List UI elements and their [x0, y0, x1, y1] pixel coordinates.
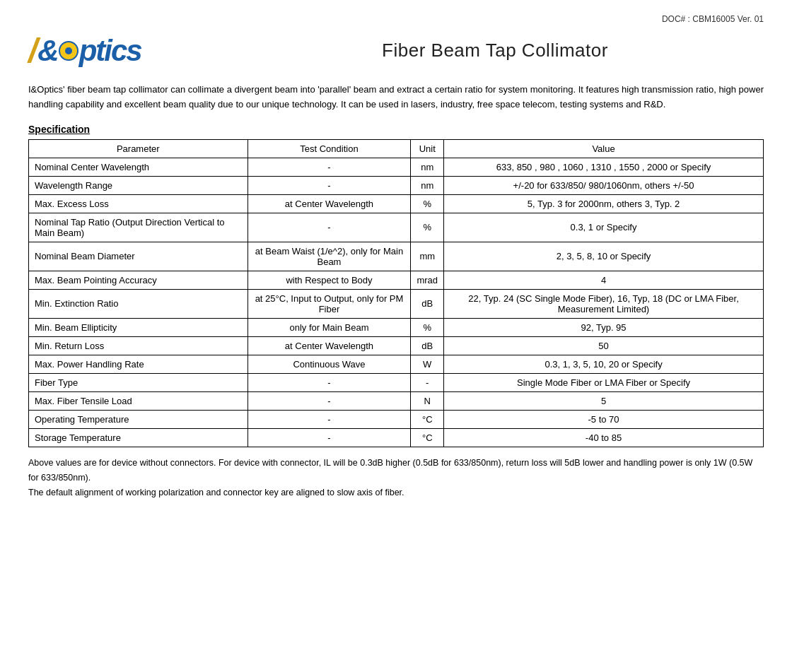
col-header-value: Value	[444, 139, 764, 158]
col-header-parameter: Parameter	[29, 139, 248, 158]
cell-parameter: Max. Beam Pointing Accuracy	[29, 271, 248, 289]
table-row: Wavelength Range-nm+/-20 for 633/850/ 98…	[29, 176, 764, 194]
cell-parameter: Nominal Center Wavelength	[29, 158, 248, 176]
cell-parameter: Min. Return Loss	[29, 336, 248, 355]
cell-condition: -	[248, 373, 411, 391]
table-row: Fiber Type--Single Mode Fiber or LMA Fib…	[29, 373, 764, 391]
cell-parameter: Fiber Type	[29, 373, 248, 391]
cell-value: Single Mode Fiber or LMA Fiber or Specif…	[444, 373, 764, 391]
cell-value: 50	[444, 336, 764, 355]
cell-value: -5 to 70	[444, 410, 764, 428]
cell-condition: -	[248, 391, 411, 410]
cell-unit: nm	[411, 158, 444, 176]
cell-condition: at 25°C, Input to Output, only for PM Fi…	[248, 289, 411, 318]
cell-parameter: Min. Extinction Ratio	[29, 289, 248, 318]
table-row: Nominal Beam Diameterat Beam Waist (1/e^…	[29, 242, 764, 271]
col-header-unit: Unit	[411, 139, 444, 158]
cell-parameter: Min. Beam Ellipticity	[29, 318, 248, 336]
cell-unit: °C	[411, 410, 444, 428]
cell-value: 4	[444, 271, 764, 289]
cell-condition: at Center Wavelength	[248, 336, 411, 355]
cell-condition: -	[248, 176, 411, 194]
cell-unit: %	[411, 194, 444, 213]
table-row: Storage Temperature-°C-40 to 85	[29, 428, 764, 447]
cell-value: +/-20 for 633/850/ 980/1060nm, others +/…	[444, 176, 764, 194]
footnote: Above values are for device without conn…	[28, 456, 764, 501]
table-row: Max. Excess Lossat Center Wavelength%5, …	[29, 194, 764, 213]
footnote-line-2: The default alignment of working polariz…	[28, 485, 764, 500]
spec-table: Parameter Test Condition Unit Value Nomi…	[28, 139, 764, 447]
table-row: Min. Return Lossat Center WavelengthdB50	[29, 336, 764, 355]
cell-unit: °C	[411, 428, 444, 447]
cell-parameter: Storage Temperature	[29, 428, 248, 447]
cell-parameter: Wavelength Range	[29, 176, 248, 194]
cell-condition: only for Main Beam	[248, 318, 411, 336]
cell-parameter: Max. Power Handling Rate	[29, 355, 248, 373]
logo-optics-text: ptics	[79, 34, 141, 68]
cell-condition: Continuous Wave	[248, 355, 411, 373]
cell-value: 22, Typ. 24 (SC Single Mode Fiber), 16, …	[444, 289, 764, 318]
table-row: Max. Beam Pointing Accuracywith Respect …	[29, 271, 764, 289]
cell-parameter: Nominal Tap Ratio (Output Direction Vert…	[29, 213, 248, 242]
table-row: Min. Extinction Ratioat 25°C, Input to O…	[29, 289, 764, 318]
cell-unit: dB	[411, 336, 444, 355]
cell-value: 5, Typ. 3 for 2000nm, others 3, Typ. 2	[444, 194, 764, 213]
cell-parameter: Operating Temperature	[29, 410, 248, 428]
cell-parameter: Max. Fiber Tensile Load	[29, 391, 248, 410]
cell-unit: nm	[411, 176, 444, 194]
table-row: Max. Fiber Tensile Load-N5	[29, 391, 764, 410]
col-header-condition: Test Condition	[248, 139, 411, 158]
cell-condition: -	[248, 410, 411, 428]
table-row: Operating Temperature-°C-5 to 70	[29, 410, 764, 428]
cell-value: 92, Typ. 95	[444, 318, 764, 336]
cell-unit: mm	[411, 242, 444, 271]
cell-unit: -	[411, 373, 444, 391]
table-row: Nominal Tap Ratio (Output Direction Vert…	[29, 213, 764, 242]
table-header-row: Parameter Test Condition Unit Value	[29, 139, 764, 158]
cell-condition: with Respect to Body	[248, 271, 411, 289]
cell-unit: %	[411, 213, 444, 242]
cell-value: 5	[444, 391, 764, 410]
page-title: Fiber Beam Tap Collimator	[226, 40, 764, 61]
cell-condition: -	[248, 158, 411, 176]
cell-unit: dB	[411, 289, 444, 318]
spec-heading: Specification	[28, 124, 764, 135]
cell-condition: at Center Wavelength	[248, 194, 411, 213]
cell-value: 2, 3, 5, 8, 10 or Specify	[444, 242, 764, 271]
cell-condition: at Beam Waist (1/e^2), only for Main Bea…	[248, 242, 411, 271]
table-row: Nominal Center Wavelength-nm633, 850 , 9…	[29, 158, 764, 176]
cell-condition: -	[248, 213, 411, 242]
logo: / & ptics	[28, 31, 226, 70]
cell-unit: %	[411, 318, 444, 336]
table-row: Max. Power Handling RateContinuous WaveW…	[29, 355, 764, 373]
logo-circle	[59, 41, 78, 61]
cell-parameter: Max. Excess Loss	[29, 194, 248, 213]
cell-parameter: Nominal Beam Diameter	[29, 242, 248, 271]
cell-value: -40 to 85	[444, 428, 764, 447]
cell-value: 633, 850 , 980 , 1060 , 1310 , 1550 , 20…	[444, 158, 764, 176]
cell-value: 0.3, 1 or Specify	[444, 213, 764, 242]
cell-value: 0.3, 1, 3, 5, 10, 20 or Specify	[444, 355, 764, 373]
cell-unit: mrad	[411, 271, 444, 289]
logo-amp: &	[37, 34, 57, 68]
cell-unit: N	[411, 391, 444, 410]
footnote-line-1: Above values are for device without conn…	[28, 456, 764, 486]
cell-unit: W	[411, 355, 444, 373]
description: I&Optics' fiber beam tap collimator can …	[28, 83, 764, 112]
table-row: Min. Beam Ellipticityonly for Main Beam%…	[29, 318, 764, 336]
doc-ref: DOC# : CBM16005 Ver. 01	[28, 14, 764, 24]
logo-slash: /	[28, 31, 36, 70]
cell-condition: -	[248, 428, 411, 447]
